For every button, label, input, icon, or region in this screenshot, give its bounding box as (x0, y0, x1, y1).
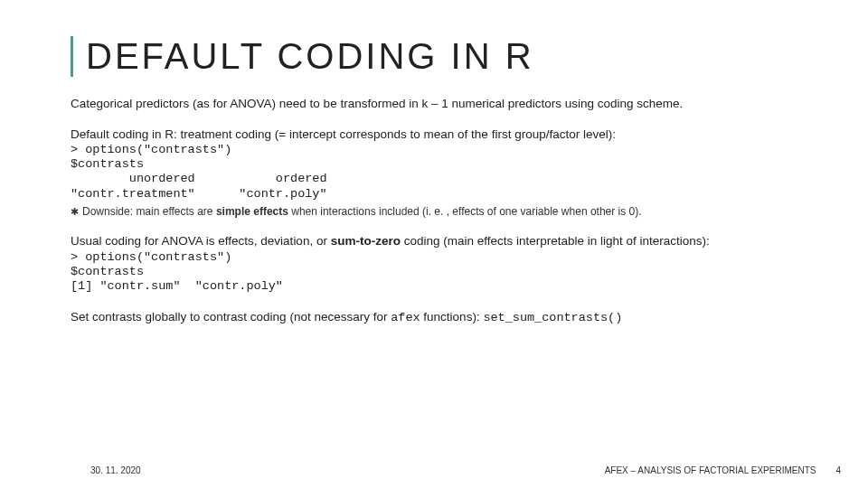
code-line: unordered ordered (71, 172, 327, 185)
bold-text: simple effects (216, 205, 288, 218)
mono-text: set_sum_contrasts() (483, 311, 622, 324)
footer-label: AFEX – ANALYSIS OF FACTORIAL EXPERIMENTS (605, 465, 816, 475)
downside-text: Downside: main effects are simple effect… (82, 205, 642, 218)
title-accent: DEFAULT CODING IN R (71, 36, 797, 77)
asterisk-icon: ✱ (71, 205, 79, 218)
slide-title: DEFAULT CODING IN R (86, 36, 797, 77)
text: when interactions included (i. e. , effe… (288, 205, 642, 218)
text: Downside: (82, 205, 136, 218)
text: Usual coding for ANOVA is effects, devia… (71, 234, 331, 248)
code-line: "contr.treatment" "contr.poly" (71, 187, 327, 201)
usual-coding-paragraph: Usual coding for ANOVA is effects, devia… (71, 234, 797, 249)
code-block-2: > options("contrasts") $contrasts [1] "c… (71, 250, 797, 295)
downside-bullet: ✱ Downside: main effects are simple effe… (71, 205, 797, 218)
text: main effects are (136, 205, 216, 218)
text: functions): (420, 310, 484, 324)
default-coding-paragraph: Default coding in R: treatment coding (=… (71, 127, 797, 142)
text: coding (main effects interpretable in li… (401, 234, 710, 248)
page-number: 4 (835, 465, 841, 475)
code-line: [1] "contr.sum" "contr.poly" (71, 279, 283, 293)
code-line: > options("contrasts") (71, 250, 231, 264)
text: Set contrasts globally to contrast codin… (71, 310, 391, 324)
set-contrasts-paragraph: Set contrasts globally to contrast codin… (71, 310, 797, 325)
code-line: $contrasts (71, 265, 144, 278)
footer-date: 30. 11. 2020 (90, 465, 141, 475)
code-line: > options("contrasts") (71, 143, 231, 156)
footer: 30. 11. 2020 AFEX – ANALYSIS OF FACTORIA… (0, 465, 868, 475)
code-block-1: > options("contrasts") $contrasts unorde… (71, 143, 797, 202)
bold-text: sum-to-zero (331, 234, 401, 248)
code-line: $contrasts (71, 157, 144, 171)
intro-paragraph: Categorical predictors (as for ANOVA) ne… (71, 97, 797, 111)
mono-text: afex (391, 311, 420, 324)
